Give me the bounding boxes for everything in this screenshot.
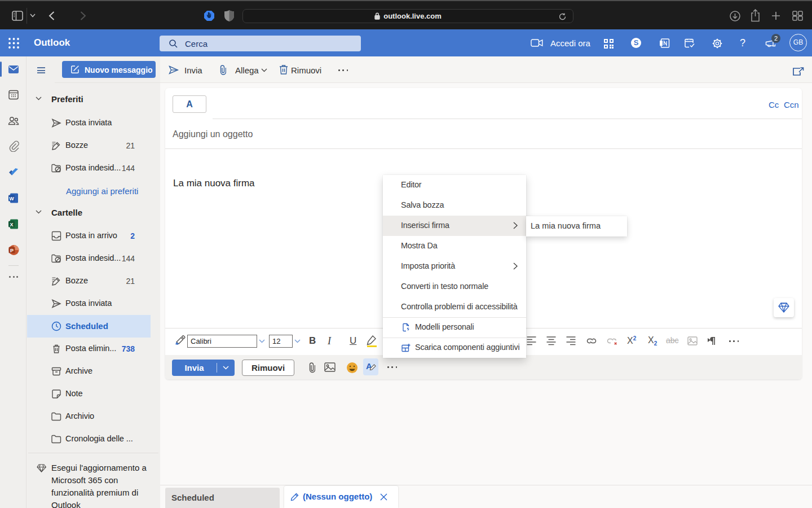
svg-text:W: W [9,196,14,202]
